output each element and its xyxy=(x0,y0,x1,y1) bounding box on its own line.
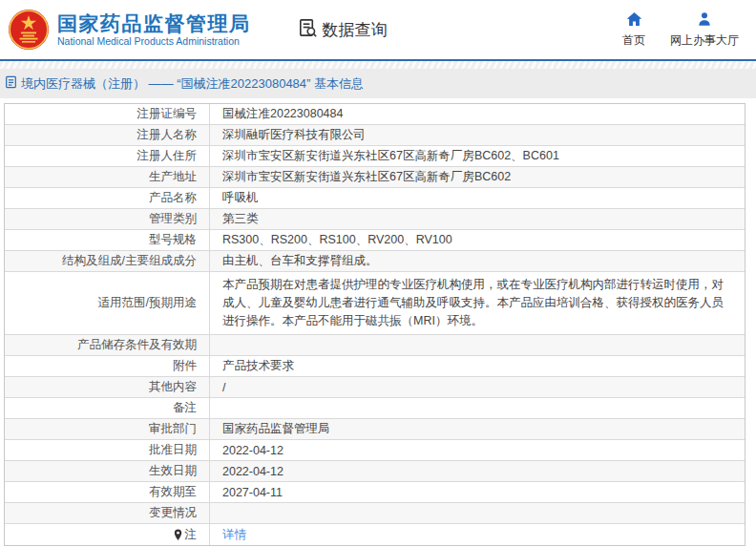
row-label: 注册人住所 xyxy=(5,146,210,166)
table-row: 审批部门国家药品监督管理局 xyxy=(5,419,745,440)
data-query-section[interactable]: 数据查询 xyxy=(297,17,388,42)
header-nav: 首页 网上办事大厅 xyxy=(622,11,739,49)
row-label: 批准日期 xyxy=(5,440,210,460)
table-row: 型号规格RS300、RS200、RS100、RV200、RV100 xyxy=(5,230,745,251)
table-row: 备注 xyxy=(5,398,745,419)
row-label: 产品名称 xyxy=(5,188,210,208)
row-value: 产品技术要求 xyxy=(210,356,745,376)
table-row: 注详情 xyxy=(5,524,745,545)
row-value: 深圳市宝安区新安街道兴东社区67区高新奇厂房BC602 xyxy=(210,167,745,187)
row-value: 由主机、台车和支撑臂组成。 xyxy=(210,251,745,271)
row-label: 备注 xyxy=(5,398,210,418)
nav-home[interactable]: 首页 xyxy=(622,11,645,49)
table-row: 结构及组成/主要组成成分由主机、台车和支撑臂组成。 xyxy=(5,251,745,272)
breadcrumb-text: 境内医疗器械（注册） —— “国械注准20223080484” 基本信息 xyxy=(21,75,364,93)
nav-service-hall[interactable]: 网上办事大厅 xyxy=(670,11,739,49)
row-label: 注册证编号 xyxy=(5,104,210,124)
row-value xyxy=(210,335,745,355)
row-label: 适用范围/预期用途 xyxy=(5,272,210,334)
row-label: 注册人名称 xyxy=(5,125,210,145)
row-label: 变更情况 xyxy=(5,503,210,523)
table-row: 生效日期2022-04-12 xyxy=(5,461,745,482)
row-value: RS300、RS200、RS100、RV200、RV100 xyxy=(210,230,745,250)
row-label: 审批部门 xyxy=(5,419,210,439)
row-value: 2027-04-11 xyxy=(210,482,745,502)
table-row: 生产地址深圳市宝安区新安街道兴东社区67区高新奇厂房BC602 xyxy=(5,167,745,188)
breadcrumb: 境内医疗器械（注册） —— “国械注准20223080484” 基本信息 xyxy=(0,69,756,98)
site-title: 国家药品监督管理局 xyxy=(57,12,251,35)
title-block: 国家药品监督管理局 National Medical Products Admi… xyxy=(57,12,251,48)
table-row: 产品储存条件及有效期 xyxy=(5,335,745,356)
table-row: 注册人名称深圳融昕医疗科技有限公司 xyxy=(5,125,745,146)
row-value: 2022-04-12 xyxy=(210,440,745,460)
row-label: 管理类别 xyxy=(5,209,210,229)
row-value: 国械注准20223080484 xyxy=(210,104,745,124)
row-value xyxy=(210,503,745,523)
row-label: 产品储存条件及有效期 xyxy=(5,335,210,355)
row-label: 生效日期 xyxy=(5,461,210,481)
national-emblem-icon xyxy=(8,9,50,51)
table-row: 注册人住所深圳市宝安区新安街道兴东社区67区高新奇厂房BC602、BC601 xyxy=(5,146,745,167)
data-query-label: 数据查询 xyxy=(323,19,388,41)
table-row: 附件产品技术要求 xyxy=(5,356,745,377)
row-value: 国家药品监督管理局 xyxy=(210,419,745,439)
row-label: 其他内容 xyxy=(5,377,210,397)
row-value: 第三类 xyxy=(210,209,745,229)
row-label: 生产地址 xyxy=(5,167,210,187)
main-content: 注册证编号国械注准20223080484注册人名称深圳融昕医疗科技有限公司注册人… xyxy=(4,103,746,546)
table-row: 其他内容/ xyxy=(5,377,745,398)
row-value: 详情 xyxy=(210,524,745,545)
row-value: 深圳市宝安区新安街道兴东社区67区高新奇厂房BC602、BC601 xyxy=(210,146,745,166)
row-value: 深圳融昕医疗科技有限公司 xyxy=(210,125,745,145)
pin-icon xyxy=(173,529,183,541)
site-header: 国家药品监督管理局 National Medical Products Admi… xyxy=(0,0,756,59)
table-row: 有效期至2027-04-11 xyxy=(5,482,745,503)
home-icon xyxy=(626,11,642,30)
row-value: / xyxy=(210,377,745,397)
nav-home-label: 首页 xyxy=(622,32,645,49)
nav-service-hall-label: 网上办事大厅 xyxy=(670,32,739,49)
hatch-band xyxy=(0,61,756,69)
data-query-icon xyxy=(297,17,319,42)
site-subtitle: National Medical Products Administration xyxy=(57,35,251,48)
info-table: 注册证编号国械注准20223080484注册人名称深圳融昕医疗科技有限公司注册人… xyxy=(4,103,746,546)
user-icon xyxy=(697,11,712,30)
table-row: 变更情况 xyxy=(5,503,745,524)
table-row: 管理类别第三类 xyxy=(5,209,745,230)
row-label: 注 xyxy=(5,524,210,545)
table-row: 注册证编号国械注准20223080484 xyxy=(5,104,745,125)
row-label: 型号规格 xyxy=(5,230,210,250)
table-row: 批准日期2022-04-12 xyxy=(5,440,745,461)
row-label: 结构及组成/主要组成成分 xyxy=(5,251,210,271)
row-value xyxy=(210,398,745,418)
row-value: 呼吸机 xyxy=(210,188,745,208)
row-value: 本产品预期在对患者提供护理的专业医疗机构使用，或在专业医疗机构内部进行转运时使用… xyxy=(210,272,745,334)
row-value: 2022-04-12 xyxy=(210,461,745,481)
table-row: 产品名称呼吸机 xyxy=(5,188,745,209)
site-logo[interactable]: 国家药品监督管理局 National Medical Products Admi… xyxy=(8,9,251,51)
table-row: 适用范围/预期用途本产品预期在对患者提供护理的专业医疗机构使用，或在专业医疗机构… xyxy=(5,272,745,335)
row-label: 附件 xyxy=(5,356,210,376)
details-link[interactable]: 详情 xyxy=(222,527,246,543)
row-label: 有效期至 xyxy=(5,482,210,502)
document-icon xyxy=(5,75,17,92)
